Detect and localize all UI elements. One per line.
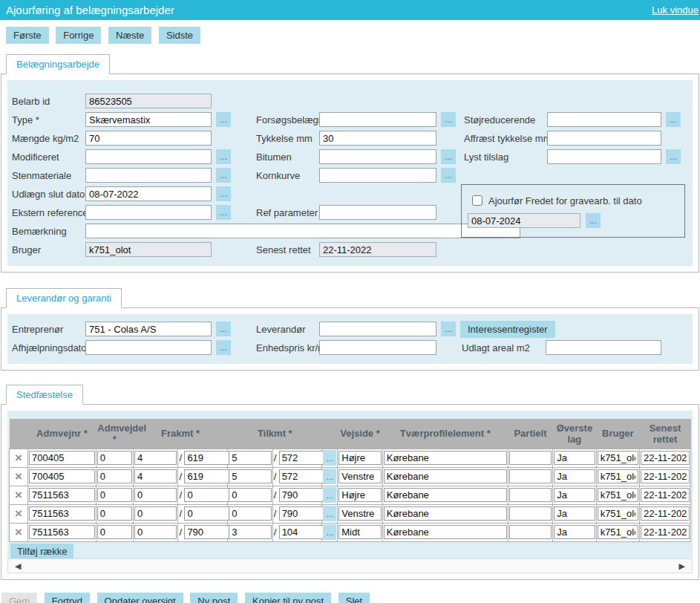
admvejdel-input[interactable] (97, 451, 132, 465)
close-window-link[interactable]: Luk vindue (652, 0, 699, 20)
ref-parameter-input[interactable] (319, 205, 436, 220)
tilkmt-km-input[interactable] (229, 469, 272, 483)
admvejnr-input[interactable] (29, 488, 95, 502)
udlaegn-slut-dato-lookup-button[interactable]: ... (216, 186, 231, 201)
tab-leverandoer[interactable]: Leverandør og garanti (6, 288, 122, 308)
admvejdel-input[interactable] (97, 488, 132, 502)
vejside-input[interactable] (338, 525, 382, 539)
frakmt-km-input[interactable] (134, 506, 177, 521)
tvaerprofilelement-input[interactable] (384, 506, 507, 521)
forsoegsbelaegning-lookup-button[interactable]: ... (441, 112, 456, 127)
admvejdel-input[interactable] (97, 525, 132, 539)
entreprenoer-input[interactable] (85, 322, 212, 336)
frakmt-m-input[interactable] (184, 451, 232, 465)
leverandoer-input[interactable] (319, 322, 436, 336)
frakmt-km-input[interactable] (134, 488, 177, 502)
delete-row-icon[interactable]: × (10, 450, 27, 466)
frakmt-km-input[interactable] (134, 525, 177, 539)
new-record-button[interactable]: Ny post (190, 593, 238, 603)
cancel-button[interactable]: Fortryd (45, 593, 90, 603)
interessentregister-button[interactable]: Interessentregister (460, 321, 555, 338)
admvejnr-input[interactable] (29, 525, 95, 539)
frakmt-m-input[interactable] (184, 469, 232, 483)
oeverste-lag-input[interactable] (554, 525, 595, 539)
bemaerkning-input[interactable] (85, 224, 520, 238)
frakmt-m-input[interactable] (184, 488, 232, 502)
partielt-input[interactable] (509, 488, 552, 502)
tvaerprofilelement-input[interactable] (384, 488, 507, 502)
tilkmt-km-input[interactable] (229, 525, 272, 539)
ekstern-reference-lookup-button[interactable]: ... (216, 205, 231, 220)
update-overview-button[interactable]: Opdater oversigt (97, 593, 183, 603)
tvaerprofilelement-input[interactable] (384, 451, 507, 465)
frakmt-m-input[interactable] (184, 506, 232, 521)
oeverste-lag-input[interactable] (554, 469, 595, 483)
delete-row-icon[interactable]: × (10, 469, 27, 484)
kornkurve-lookup-button[interactable]: ... (441, 168, 456, 183)
last-record-button[interactable]: Sidste (159, 27, 200, 44)
oeverste-lag-input[interactable] (554, 506, 595, 521)
first-record-button[interactable]: Første (6, 27, 49, 44)
tilkmt-m-input[interactable] (279, 451, 327, 465)
enhedspris-input[interactable] (319, 340, 436, 355)
modificeret-input[interactable] (85, 149, 212, 164)
udlaegn-slut-dato-input[interactable] (85, 186, 212, 201)
stenmateriale-input[interactable] (85, 168, 212, 183)
tilkmt-km-input[interactable] (229, 506, 272, 521)
row-lookup-button[interactable]: ... (323, 487, 336, 503)
frakmt-km-input[interactable] (134, 469, 177, 483)
stenmateriale-lookup-button[interactable]: ... (216, 168, 231, 183)
lyst-tilslag-input[interactable] (547, 149, 661, 164)
bitumen-lookup-button[interactable]: ... (441, 149, 456, 164)
tilkmt-m-input[interactable] (279, 488, 327, 502)
tvaerprofilelement-input[interactable] (384, 525, 507, 539)
partielt-input[interactable] (509, 451, 552, 465)
frakmt-m-input[interactable] (184, 525, 232, 539)
affraest-tykkelse-input[interactable] (547, 131, 661, 146)
oeverste-lag-input[interactable] (554, 451, 595, 465)
modificeret-lookup-button[interactable]: ... (216, 149, 231, 164)
udlagt-areal-input[interactable] (546, 340, 661, 355)
type-input[interactable] (85, 112, 212, 127)
entreprenoer-lookup-button[interactable]: ... (216, 322, 231, 336)
ekstern-reference-input[interactable] (85, 205, 212, 220)
admvejnr-input[interactable] (29, 469, 95, 483)
oeverste-lag-input[interactable] (554, 488, 595, 502)
afhjaelpningsdato-lookup-button[interactable]: ... (216, 340, 231, 355)
leverandoer-lookup-button[interactable]: ... (441, 322, 456, 336)
delete-row-icon[interactable]: × (10, 524, 27, 540)
tilkmt-m-input[interactable] (279, 506, 327, 521)
afhjaelpningsdato-input[interactable] (85, 340, 212, 355)
kornkurve-input[interactable] (319, 168, 436, 183)
tilkmt-m-input[interactable] (279, 469, 327, 483)
stoejreducerende-lookup-button[interactable]: ... (666, 112, 681, 127)
delete-row-icon[interactable]: × (10, 487, 27, 503)
row-lookup-button[interactable]: ... (323, 524, 336, 540)
row-lookup-button[interactable]: ... (323, 506, 336, 521)
tab-belaegningsarbejde[interactable]: Belægningsarbejde (6, 54, 110, 74)
tilkmt-km-input[interactable] (229, 488, 272, 502)
admvejdel-input[interactable] (97, 506, 132, 521)
tykkelse-input[interactable] (319, 131, 436, 146)
delete-row-icon[interactable]: × (10, 506, 27, 521)
lyst-tilslag-lookup-button[interactable]: ... (666, 149, 681, 164)
forsoegsbelaegning-input[interactable] (319, 112, 436, 127)
previous-record-button[interactable]: Forrige (56, 27, 101, 44)
partielt-input[interactable] (509, 469, 552, 483)
copy-to-new-record-button[interactable]: Kopier til ny post (245, 593, 331, 603)
admvejdel-input[interactable] (97, 469, 132, 483)
next-record-button[interactable]: Næste (108, 27, 151, 44)
tab-stedfaestelse[interactable]: Stedfæstelse (6, 385, 83, 405)
delete-button[interactable]: Slet (338, 593, 370, 603)
fredet-dato-lookup-button[interactable]: ... (586, 213, 601, 228)
vejside-input[interactable] (338, 469, 382, 483)
tilkmt-km-input[interactable] (229, 451, 272, 465)
stoejreducerende-input[interactable] (547, 112, 661, 127)
scroll-left-icon[interactable]: ◀ (15, 559, 21, 573)
partielt-input[interactable] (509, 506, 552, 521)
tvaerprofilelement-input[interactable] (384, 469, 507, 483)
partielt-input[interactable] (509, 525, 552, 539)
vejside-input[interactable] (338, 488, 382, 502)
vejside-input[interactable] (338, 506, 382, 521)
row-lookup-button[interactable]: ... (323, 469, 336, 484)
